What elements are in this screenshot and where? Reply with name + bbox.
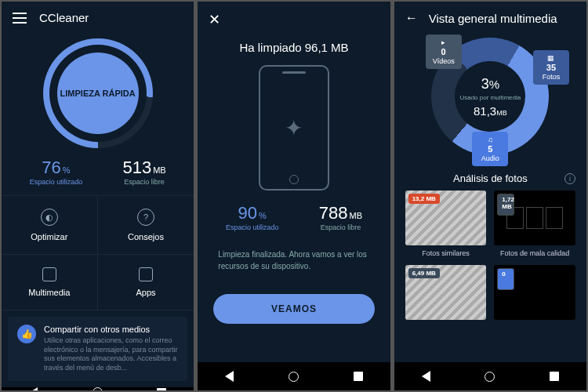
back-arrow-icon[interactable]: ←	[405, 11, 418, 25]
result-used: 90% Espacio utilizado	[226, 203, 279, 231]
nav-recent-icon[interactable]	[157, 388, 166, 390]
donut-pct-value: 3	[481, 76, 489, 92]
cell-multimedia[interactable]: Multimedia	[2, 255, 98, 310]
share-card[interactable]: 👍 Compartir con otros medios Utilice otr…	[8, 317, 187, 381]
gauge-label: LIMPIEZA RÁPIDA	[57, 53, 139, 134]
result-message: Limpieza finalizada. Ahora vamos a ver l…	[198, 241, 390, 280]
badge-videos[interactable]: ▸ 0 Vídeos	[426, 34, 462, 69]
video-icon: ▸	[441, 38, 445, 46]
share-title: Compartir con otros medios	[44, 325, 178, 334]
result-header: ✕	[198, 2, 390, 38]
nav-recent-icon[interactable]	[354, 372, 363, 381]
image-icon	[42, 267, 56, 281]
photo-category-3[interactable]: 6,49 MB	[405, 265, 487, 320]
stat-used-label: Espacio utilizado	[30, 178, 83, 186]
nav-home-icon[interactable]	[93, 387, 103, 390]
photo-category-4[interactable]: 0	[494, 265, 575, 320]
result-stats: 90% Espacio utilizado 788MB Espacio libr…	[198, 201, 390, 241]
close-icon[interactable]: ✕	[209, 11, 379, 28]
cleaned-title: Ha limpiado 96,1 MB	[198, 41, 390, 54]
donut-pct-label: Usado por multimedia	[459, 94, 521, 101]
photo-icon: ▦	[547, 54, 554, 62]
stat-free-label: Espacio libre	[122, 178, 165, 186]
stat-free: 513MB Espacio libre	[122, 158, 165, 186]
media-header: ← Vista general multimedia	[394, 2, 586, 34]
quick-clean-gauge[interactable]: LIMPIEZA RÁPIDA	[2, 34, 194, 156]
app-title: CCleaner	[39, 11, 89, 24]
android-navbar	[2, 387, 194, 390]
nav-home-icon[interactable]	[485, 372, 495, 382]
apps-icon	[139, 267, 153, 281]
info-icon[interactable]: i	[564, 173, 575, 184]
android-navbar	[394, 362, 586, 390]
nav-back-icon[interactable]	[225, 371, 234, 382]
gauge-icon: ◐	[41, 209, 58, 226]
nav-back-icon[interactable]	[422, 371, 430, 382]
storage-stats: 76% Espacio utilizado 513MB Espacio libr…	[2, 156, 194, 195]
phone-illustration: ✦	[198, 54, 390, 201]
thumbs-up-icon: 👍	[17, 325, 36, 343]
size-badge: 1,72 MB	[497, 194, 514, 216]
donut-size-value: 81,3	[474, 104, 496, 118]
nav-home-icon[interactable]	[289, 372, 299, 382]
cell-optimize[interactable]: ◐Optimizar	[2, 196, 98, 255]
photo-category-similar[interactable]: 13,2 MB Fotos similares	[405, 191, 487, 257]
lets-see-button[interactable]: VEAMOS	[213, 294, 374, 324]
screen-media-overview: ← Vista general multimedia 3% Usado por …	[394, 2, 586, 390]
size-badge: 6,49 MB	[408, 268, 440, 278]
app-bar: CCleaner	[2, 2, 194, 34]
screen-clean-result: ✕ Ha limpiado 96,1 MB ✦ 90% Espacio util…	[198, 2, 390, 390]
nav-back-icon[interactable]	[29, 387, 38, 390]
sparkle-icon: ✦	[285, 115, 303, 141]
size-badge: 0	[497, 268, 514, 290]
badge-photos[interactable]: ▦ 35 Fotos	[533, 50, 569, 85]
audio-icon: ♫	[488, 136, 493, 143]
photo-analysis-grid: 13,2 MB Fotos similares 1,72 MB Fotos de…	[394, 191, 586, 320]
screen-home: CCleaner LIMPIEZA RÁPIDA 76% Espacio uti…	[2, 2, 194, 390]
share-desc: Utilice otras aplicaciones, como el corr…	[44, 336, 178, 373]
android-navbar	[198, 362, 390, 390]
cell-apps[interactable]: Apps	[98, 255, 194, 310]
bulb-icon: ?	[137, 209, 154, 226]
menu-icon[interactable]	[13, 13, 27, 24]
photo-analysis-header: Análisis de fotos i	[394, 162, 586, 191]
result-free: 788MB Espacio libre	[319, 203, 362, 231]
cell-tips[interactable]: ?Consejos	[98, 196, 194, 255]
size-badge: 13,2 MB	[408, 194, 440, 204]
stat-used: 76% Espacio utilizado	[30, 158, 83, 186]
stat-used-value: 76	[42, 158, 60, 177]
stat-free-value: 513	[122, 158, 151, 177]
media-donut: 3% Usado por multimedia 81,3MB ▸ 0 Vídeo…	[394, 34, 586, 162]
media-title: Vista general multimedia	[429, 12, 557, 25]
photo-category-bad[interactable]: 1,72 MB Fotos de mala calidad	[494, 191, 575, 257]
action-grid: ◐Optimizar ?Consejos Multimedia Apps	[2, 195, 194, 310]
nav-recent-icon[interactable]	[550, 372, 559, 381]
